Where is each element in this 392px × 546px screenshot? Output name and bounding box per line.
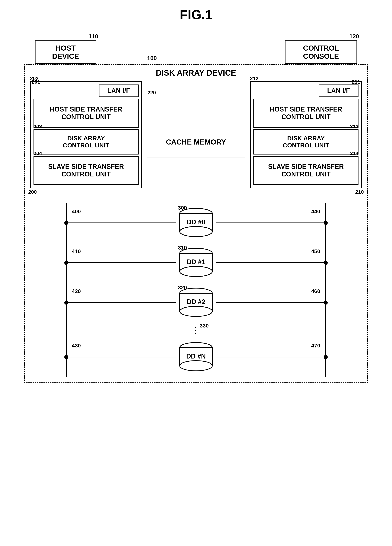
label-200: 200 <box>28 189 37 195</box>
left-disk-array-control: DISK ARRAYCONTROL UNIT <box>33 129 139 155</box>
line-left-2 <box>66 302 176 303</box>
disk-row-2: 420 320 DD #2 460 <box>30 283 362 323</box>
right-dot-1 <box>324 261 328 265</box>
cylinder-dd0: DD #0 <box>178 208 214 238</box>
label-410: 410 <box>72 248 81 254</box>
right-dot-n <box>324 355 328 359</box>
line-right-n <box>216 357 326 358</box>
label-470: 470 <box>311 343 320 349</box>
label-100: 100 <box>147 55 157 62</box>
label-460: 460 <box>311 288 320 294</box>
svg-text:DD #1: DD #1 <box>187 258 205 266</box>
label-330: 330 <box>200 323 209 329</box>
line-left-n <box>66 357 176 358</box>
right-lan-if: LAN I/F <box>319 84 359 97</box>
fig-title: FIG.1 <box>14 7 378 22</box>
line-right-2 <box>216 302 326 303</box>
label-430: 430 <box>72 343 81 349</box>
label-212: 212 <box>250 76 259 81</box>
label-204: 204 <box>33 150 42 156</box>
disk-row-1: 410 310 DD #1 450 <box>30 243 362 283</box>
label-420: 420 <box>72 288 81 294</box>
label-201: 201 <box>32 79 40 85</box>
cylinder-dd1: DD #1 <box>178 248 214 278</box>
label-220: 220 <box>147 90 156 96</box>
right-disk-array-control: DISK ARRAYCONTROL UNIT <box>253 129 359 155</box>
right-dot-0 <box>324 221 328 225</box>
svg-point-6 <box>180 266 212 277</box>
disk-array-device-label: DISK ARRAY DEVICE <box>30 68 362 78</box>
label-400: 400 <box>72 208 81 214</box>
right-dot-2 <box>324 301 328 305</box>
line-right-1 <box>216 262 326 263</box>
right-host-side-transfer: HOST SIDE TRANSFERCONTROL UNIT <box>253 99 359 128</box>
svg-point-14 <box>180 361 212 371</box>
host-device-box: HOST DEVICE <box>35 40 96 64</box>
label-213: 213 <box>350 124 359 130</box>
line-left-0 <box>66 222 176 223</box>
right-controller-board: 211 LAN I/F HOST SIDE TRANSFERCONTROL UN… <box>250 81 362 188</box>
label-120: 120 <box>349 33 359 40</box>
svg-point-10 <box>180 306 212 316</box>
cylinder-ddn: DD #N <box>178 342 214 372</box>
svg-text:DD #2: DD #2 <box>187 298 205 306</box>
line-right-0 <box>216 222 326 223</box>
cache-memory: CACHE MEMORY <box>146 126 246 158</box>
left-slave-side-transfer: SLAVE SIDE TRANSFERCONTROL UNIT <box>33 156 139 185</box>
cylinder-dd2: DD #2 <box>178 288 214 318</box>
left-host-side-transfer: HOST SIDE TRANSFERCONTROL UNIT <box>33 99 139 128</box>
label-450: 450 <box>311 248 320 254</box>
label-210: 210 <box>355 189 364 195</box>
line-left-1 <box>66 262 176 263</box>
disk-gap: ⋮ 330 <box>30 323 362 337</box>
control-console-box: CONTROL CONSOLE <box>285 40 357 64</box>
label-214: 214 <box>350 150 359 156</box>
disk-row-0: 400 300 DD #0 <box>30 203 362 243</box>
svg-text:DD #0: DD #0 <box>187 218 205 226</box>
disk-row-n: 430 DD #N 470 <box>30 337 362 377</box>
left-lan-if: LAN I/F <box>99 84 139 97</box>
label-440: 440 <box>311 208 320 214</box>
label-211: 211 <box>352 79 360 85</box>
svg-point-2 <box>180 227 212 237</box>
left-controller-board: 201 LAN I/F HOST SIDE TRANSFERCONTROL UN… <box>30 81 142 188</box>
svg-text:DD #N: DD #N <box>186 352 206 360</box>
disk-array-device-container: DISK ARRAY DEVICE 202 201 LAN I/F <box>24 64 368 383</box>
label-110: 110 <box>89 33 98 40</box>
right-slave-side-transfer: SLAVE SIDE TRANSFERCONTROL UNIT <box>253 156 359 185</box>
disks-section: 400 300 DD #0 <box>30 203 362 377</box>
label-203: 203 <box>33 124 42 130</box>
